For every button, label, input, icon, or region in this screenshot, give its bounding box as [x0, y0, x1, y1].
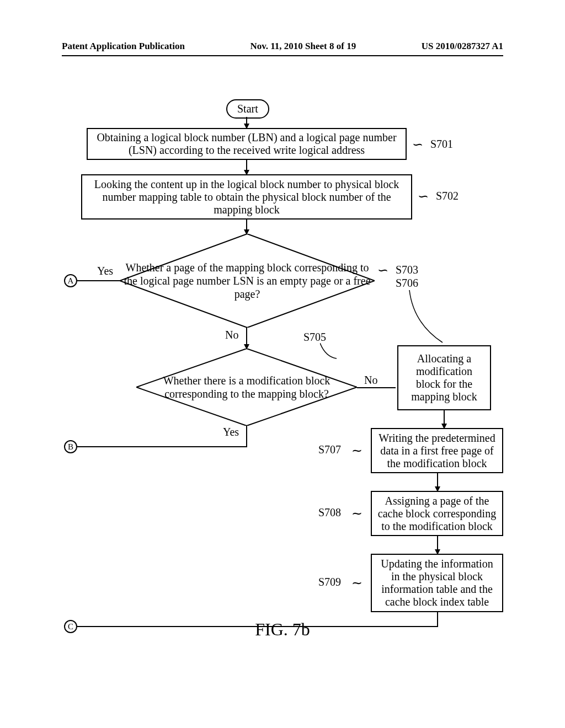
- arrow-line: [246, 160, 247, 171]
- arrow-line: [444, 410, 445, 425]
- tilde-icon: ∽: [412, 137, 423, 152]
- yes-label-s705: Yes: [223, 426, 239, 438]
- process-s701: Obtaining a logical block number (LBN) a…: [87, 128, 407, 160]
- connector-a: A: [64, 274, 77, 287]
- header-right: US 2010/0287327 A1: [422, 41, 503, 52]
- s708-text: Assigning a page of the cache block corr…: [377, 495, 497, 533]
- no-label-s705: No: [364, 374, 377, 387]
- start-label: Start: [237, 103, 258, 115]
- s702-text: Looking the content up in the logical bl…: [88, 178, 406, 216]
- header-center: Nov. 11, 2010 Sheet 8 of 19: [250, 41, 356, 52]
- s707-label: S707: [318, 443, 341, 456]
- arrow-line: [437, 536, 438, 550]
- s702-label: S702: [436, 190, 459, 202]
- s701-label: S701: [430, 138, 453, 151]
- arrow-line: [77, 446, 247, 447]
- s709-label: S709: [318, 576, 341, 588]
- arrow-line: [246, 328, 247, 345]
- process-s702: Looking the content up in the logical bl…: [81, 174, 412, 220]
- no-label: No: [225, 329, 238, 341]
- header-divider: [62, 55, 503, 56]
- arrow-line: [77, 280, 120, 281]
- s708-label: S708: [318, 506, 341, 519]
- decision-s703: Whether a page of the mapping block corr…: [120, 234, 375, 328]
- process-s707: Writing the predetermined data in a firs…: [371, 428, 503, 473]
- s703-text: Whether a page of the mapping block corr…: [120, 261, 375, 301]
- s705-label: S705: [303, 331, 326, 344]
- connector-b-label: B: [68, 442, 73, 451]
- s701-text: Obtaining a logical block number (LBN) a…: [93, 131, 400, 157]
- curve-icon: [407, 290, 445, 345]
- s709-text: Updating the information in the physical…: [377, 558, 497, 608]
- s707-text: Writing the predetermined data in a firs…: [377, 432, 497, 470]
- figure-caption: FIG. 7b: [62, 619, 503, 640]
- s705-text: Whether there is a modification block co…: [136, 374, 357, 400]
- arrow-line: [246, 426, 247, 447]
- decision-s705: Whether there is a modification block co…: [136, 349, 357, 426]
- arrow-line: [357, 387, 396, 388]
- arrow-line: [437, 473, 438, 488]
- page-header: Patent Application Publication Nov. 11, …: [0, 41, 565, 52]
- s703-label: S703: [396, 264, 418, 276]
- start-terminator: Start: [226, 99, 269, 119]
- arrow-line: [246, 220, 247, 231]
- process-s708: Assigning a page of the cache block corr…: [371, 491, 503, 536]
- yes-label: Yes: [97, 265, 113, 277]
- s706-text: Allocating a modification block for the …: [404, 352, 484, 403]
- tilde-icon: ∽: [351, 443, 363, 458]
- process-s709: Updating the information in the physical…: [371, 554, 503, 612]
- header-left: Patent Application Publication: [62, 41, 185, 52]
- process-s706: Allocating a modification block for the …: [397, 345, 491, 410]
- tilde-icon: ∽: [418, 189, 429, 204]
- flowchart-diagram: Start Obtaining a logical block number (…: [62, 99, 503, 651]
- connector-b: B: [64, 440, 77, 453]
- tilde-icon: ∽: [351, 506, 363, 521]
- tilde-icon: ∽: [377, 263, 388, 278]
- tilde-icon: ∽: [351, 575, 363, 591]
- connector-a-label: A: [68, 276, 74, 285]
- s706-label: S706: [396, 277, 418, 290]
